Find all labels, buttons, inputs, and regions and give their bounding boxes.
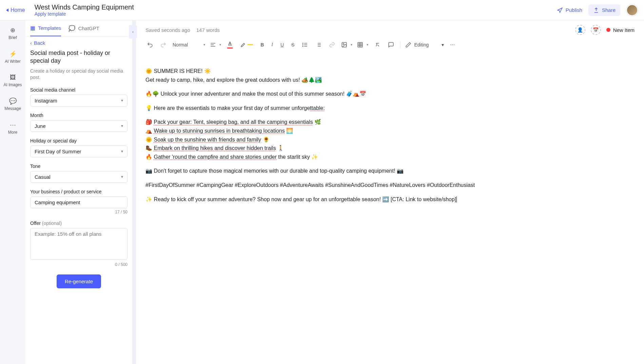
doc-title[interactable]: West Winds Camping Equipment xyxy=(35,3,557,11)
highlight-button[interactable] xyxy=(239,40,254,49)
target-icon: ⊕ xyxy=(10,26,15,34)
more-toolbar-button[interactable]: ⋯ xyxy=(449,41,456,49)
sidebar-collapse-button[interactable]: ‹ xyxy=(129,25,137,39)
font-color-button[interactable]: A xyxy=(226,39,234,50)
align-select[interactable]: ▾ xyxy=(210,42,221,48)
chevron-down-icon: ▾ xyxy=(121,98,123,103)
field-channel: Social media channel Instagram ▾ xyxy=(30,87,128,107)
redo-button[interactable] xyxy=(159,40,168,49)
upload-icon xyxy=(593,7,599,13)
publish-label: Publish xyxy=(566,7,582,13)
rail-more[interactable]: ⋯ More xyxy=(0,119,25,137)
rail-ai-writer[interactable]: ⚡ AI Writer xyxy=(0,48,25,66)
form-scroll[interactable]: Social media post - holiday or special d… xyxy=(25,47,132,364)
offer-label: Offer (optional) xyxy=(30,221,128,226)
editor-top-right: 👤 📅 New Item xyxy=(575,25,635,35)
month-value: June xyxy=(35,123,46,129)
editing-mode-select[interactable]: Editing ▾ xyxy=(405,42,444,48)
content-line: 💡 Here are the essentials to make your f… xyxy=(145,104,500,113)
undo-button[interactable] xyxy=(145,40,154,49)
table-icon xyxy=(357,42,363,48)
month-select[interactable]: June ▾ xyxy=(30,120,128,132)
holiday-select[interactable]: First Day of Summer ▾ xyxy=(30,146,128,157)
form-title: Social media post - holiday or special d… xyxy=(30,49,128,65)
comment-button[interactable] xyxy=(387,40,395,49)
offer-textarea[interactable] xyxy=(30,228,128,260)
content-line: ✨ Ready to kick off your summer adventur… xyxy=(145,195,500,204)
image-icon: 🖼 xyxy=(10,74,16,81)
share-button[interactable]: Share xyxy=(588,4,620,16)
rail-message[interactable]: 💬 Message xyxy=(0,95,25,113)
word-count: 147 words xyxy=(196,27,220,33)
month-label: Month xyxy=(30,113,128,118)
chevron-down-icon: ▾ xyxy=(367,43,368,46)
apply-template-link[interactable]: Apply template xyxy=(35,11,557,17)
bold-button[interactable]: B xyxy=(259,41,265,49)
back-link[interactable]: ‹ Back xyxy=(25,37,132,47)
field-month: Month June ▾ xyxy=(30,113,128,132)
numbered-list-button[interactable] xyxy=(314,40,323,49)
tone-select[interactable]: Casual ▾ xyxy=(30,171,128,183)
redo-icon xyxy=(160,42,167,48)
tab-chatgpt-label: ChatGPT xyxy=(78,25,99,31)
rail-ai-images[interactable]: 🖼 AI Images xyxy=(0,72,25,89)
tab-templates[interactable]: ▦ Templates xyxy=(30,20,61,36)
regenerate-button[interactable]: Re-generate xyxy=(57,274,101,288)
chat-icon: 💬 xyxy=(9,97,17,105)
rail-brief[interactable]: ⊕ Brief xyxy=(0,24,25,42)
chat-bubbles-icon: 💭 xyxy=(69,25,75,32)
business-input[interactable] xyxy=(30,196,128,208)
rail-brief-label: Brief xyxy=(8,35,17,40)
calendar-icon: 📅 xyxy=(593,27,599,33)
chevron-down-icon: ▾ xyxy=(121,174,123,179)
content-list: 🎒 Pack your gear: Tent, sleeping bag, an… xyxy=(145,118,500,161)
sidebar-tabs: ▦ Templates 💭 ChatGPT xyxy=(25,20,132,37)
publish-button[interactable]: Publish xyxy=(557,7,582,13)
offer-optional: (optional) xyxy=(42,221,62,226)
chevron-left-icon xyxy=(6,8,8,12)
user-avatar[interactable] xyxy=(626,4,638,16)
status-new-item[interactable]: New Item xyxy=(606,27,635,33)
tone-value: Casual xyxy=(35,174,51,180)
add-collaborator-button[interactable]: 👤 xyxy=(575,25,585,35)
back-label: Back xyxy=(34,40,45,46)
rail-aiimages-label: AI Images xyxy=(3,82,22,87)
pencil-icon xyxy=(405,42,411,48)
sidebar-panel: ▦ Templates 💭 ChatGPT ‹ ‹ Back Social me… xyxy=(25,20,133,364)
italic-button[interactable]: I xyxy=(270,41,274,49)
link-button[interactable] xyxy=(328,40,336,49)
editor-content[interactable]: 🌞 SUMMER IS HERE! ☀️ Get ready to camp, … xyxy=(136,53,509,223)
svg-point-4 xyxy=(343,43,344,44)
svg-point-0 xyxy=(303,43,304,43)
add-date-button[interactable]: 📅 xyxy=(591,25,601,35)
grid-icon: ▦ xyxy=(30,25,35,31)
left-rail: ⊕ Brief ⚡ AI Writer 🖼 AI Images 💬 Messag… xyxy=(0,20,25,364)
insert-image-select[interactable]: ▾ xyxy=(341,42,352,48)
rail-message-label: Message xyxy=(4,106,21,111)
svg-point-1 xyxy=(303,44,304,45)
sidebar-scrollbar-track[interactable] xyxy=(133,20,136,364)
list-ul-icon xyxy=(302,42,308,48)
insert-table-select[interactable]: ▾ xyxy=(357,42,368,48)
link-icon xyxy=(329,42,335,48)
bullet-list-button[interactable] xyxy=(300,40,309,49)
tab-chatgpt[interactable]: 💭 ChatGPT xyxy=(69,20,99,36)
status-label: New Item xyxy=(613,27,635,33)
highlighter-icon xyxy=(240,42,246,48)
rail-more-label: More xyxy=(8,130,17,135)
strikethrough-button[interactable]: S xyxy=(290,41,296,49)
channel-select[interactable]: Instagram ▾ xyxy=(30,95,128,107)
clear-format-icon xyxy=(374,42,380,48)
align-left-icon xyxy=(210,42,216,48)
chevron-down-icon: ▾ xyxy=(442,42,444,47)
letter-a-icon: A xyxy=(228,41,232,46)
channel-value: Instagram xyxy=(35,98,57,103)
home-link[interactable]: Home xyxy=(6,7,25,13)
header-actions: Publish Share xyxy=(557,4,638,16)
underline-button[interactable]: U xyxy=(279,41,285,49)
editor-pane: Saved seconds ago 147 words 👤 📅 New Item xyxy=(136,20,644,364)
paragraph-style-select[interactable]: Normal ▾ xyxy=(173,42,205,47)
clear-formatting-button[interactable] xyxy=(373,40,382,49)
comment-icon xyxy=(388,42,394,48)
chevron-left-icon: ‹ xyxy=(132,30,134,34)
